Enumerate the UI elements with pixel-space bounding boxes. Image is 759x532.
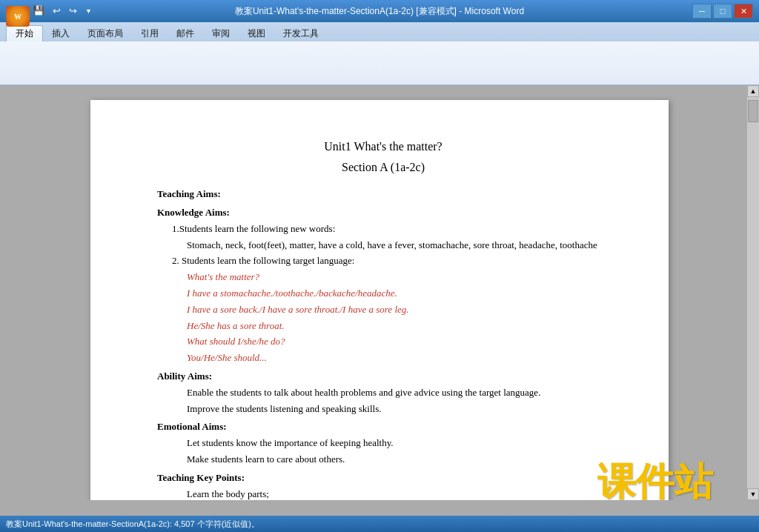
ability-aims-2: Improve the students listening and speak… [187,402,609,417]
knowledge-aims-heading: Knowledge Aims: [157,205,609,221]
quick-access-toolbar: 💾 ↩ ↪ ▼ [30,4,95,19]
office-logo[interactable]: W [6,6,30,27]
window-title: 教案Unit1-What's-the-matter-SectionA(1a-2c… [235,5,524,18]
scroll-up-arrow[interactable]: ▲ [747,85,759,97]
minimize-btn[interactable]: ─ [692,4,712,19]
item2-ex2: I have a sore back./I have a sore throat… [187,302,609,318]
item1-text: Stomach, neck, foot(feet), matter, have … [187,239,597,250]
teaching-aims-heading: Teaching Aims: [157,187,609,202]
document-page: Unit1 What's the matter? Section A (1a-2… [90,100,669,500]
main-area: Unit1 What's the matter? Section A (1a-2… [0,85,759,500]
item2-ex1: I have a stomachache./toothache./backach… [187,286,609,302]
window-controls: ─ □ ✕ [692,4,753,19]
tab-page-layout[interactable]: 页面布局 [79,25,132,41]
item2-ex4: What should I/she/he do? [187,334,609,350]
watermark: 课件站 www.kjzhan.com [597,462,713,500]
vertical-scrollbar[interactable]: ▲ ▼ [747,85,759,500]
document-title: Unit1 What's the matter? [157,137,609,156]
title-bar: W 💾 ↩ ↪ ▼ 教案Unit1-What's-the-matter-Sect… [0,0,759,22]
scroll-thumb[interactable] [748,100,758,122]
tab-mailing[interactable]: 邮件 [168,25,203,41]
ribbon: 开始 插入 页面布局 引用 邮件 审阅 视图 开发工具 ? [0,22,759,85]
item1-content: Stomach, neck, foot(feet), matter, have … [187,238,609,253]
status-text: 教案Unit1-What's-the-matter-SectionA(1a-2c… [6,519,259,530]
key-points-heading: Teaching Key Points: [157,471,609,486]
tab-view[interactable]: 视图 [239,25,274,41]
undo-btn[interactable]: ↩ [50,4,64,19]
key-point-1: Learn the body parts; [187,487,609,500]
document-subtitle: Section A (1a-2c) [157,158,609,177]
emotional-aims-2: Make students learn to care about others… [187,452,609,468]
status-bar: 教案Unit1-What's-the-matter-SectionA(1a-2c… [0,516,759,532]
dropdown-btn[interactable]: ▼ [82,6,95,16]
emotional-aims-1: Let students know the importance of keep… [187,436,609,451]
close-btn[interactable]: ✕ [734,4,753,19]
tab-home[interactable]: 开始 [6,25,43,41]
item1-label: 1.Students learn the following new words… [172,222,609,237]
tab-references[interactable]: 引用 [132,25,168,41]
watermark-main-text: 课件站 [597,462,713,500]
ribbon-tab-bar: 开始 插入 页面布局 引用 邮件 审阅 视图 开发工具 ? [0,22,759,41]
maximize-btn[interactable]: □ [713,4,732,19]
ribbon-content [0,41,759,84]
ability-aims-1: Enable the students to talk about health… [187,385,609,401]
item2-ex5: You/He/She should... [187,350,609,366]
save-btn[interactable]: 💾 [30,4,47,19]
tab-developer[interactable]: 开发工具 [274,25,328,41]
ability-aims-heading: Ability Aims: [157,369,609,385]
scroll-down-arrow[interactable]: ▼ [747,488,759,500]
item2-question: What's the matter? [187,270,609,285]
item2-ex3: He/She has a sore throat. [187,319,609,334]
redo-btn[interactable]: ↪ [66,4,80,19]
document-scroll-area[interactable]: Unit1 What's the matter? Section A (1a-2… [0,85,759,500]
tab-review[interactable]: 审阅 [203,25,239,41]
emotional-aims-heading: Emotional Aims: [157,419,609,435]
item2-label: 2. Students learn the following target l… [172,253,609,269]
tab-insert[interactable]: 插入 [43,25,79,41]
